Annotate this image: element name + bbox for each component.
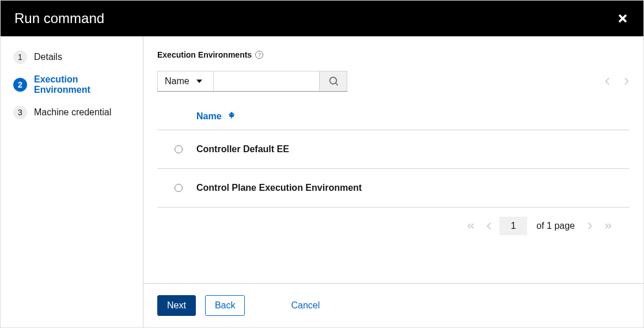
search-group: Name (157, 71, 347, 92)
filter-dropdown[interactable]: Name (157, 71, 214, 91)
cancel-button[interactable]: Cancel (282, 296, 329, 315)
column-header-name[interactable]: Name (196, 111, 234, 122)
toolbar: Name (157, 71, 630, 92)
prev-page-button[interactable] (483, 220, 495, 232)
radio-cell (175, 184, 196, 192)
step-label: Execution Environment (34, 74, 132, 95)
section-header: Execution Environments ? (157, 50, 630, 59)
modal-title: Run command (14, 10, 104, 27)
modal-footer: Next Back Cancel (143, 283, 643, 327)
main-content: Execution Environments ? Name (143, 36, 643, 327)
radio-cell (175, 145, 196, 153)
table-header: Name (157, 103, 630, 130)
double-chevron-left-icon (467, 222, 475, 230)
content-area: Execution Environments ? Name (143, 36, 643, 283)
wizard-step-details[interactable]: 1 Details (13, 50, 132, 64)
section-title: Execution Environments (157, 50, 252, 59)
filter-dropdown-label: Name (165, 76, 190, 86)
toolbar-nav-arrows (604, 77, 630, 85)
row-name: Control Plane Execution Environment (196, 183, 362, 193)
row-radio[interactable] (175, 145, 183, 153)
back-button[interactable]: Back (205, 295, 245, 316)
wizard-step-execution-environment[interactable]: 2 Execution Environment (13, 74, 132, 95)
modal-header: Run command (1, 1, 643, 36)
modal-body: 1 Details 2 Execution Environment 3 Mach… (1, 36, 643, 327)
chevron-left-icon (604, 77, 610, 85)
close-button[interactable] (616, 12, 630, 25)
step-label: Details (34, 52, 62, 62)
page-number-input[interactable] (499, 217, 527, 235)
chevron-right-icon (624, 77, 630, 85)
pagination: of 1 page (157, 208, 630, 247)
next-arrow[interactable] (624, 77, 630, 85)
close-icon (617, 13, 628, 24)
next-button[interactable]: Next (157, 295, 196, 316)
page-info: of 1 page (536, 221, 575, 231)
step-label: Machine credential (34, 107, 111, 118)
search-input[interactable] (214, 71, 320, 91)
run-command-modal: Run command 1 Details 2 Execution Enviro… (0, 0, 644, 328)
last-page-button[interactable] (601, 220, 616, 232)
prev-arrow[interactable] (604, 77, 610, 85)
next-page-button[interactable] (584, 220, 596, 232)
step-number: 3 (13, 105, 27, 119)
first-page-button[interactable] (463, 220, 478, 232)
wizard-nav: 1 Details 2 Execution Environment 3 Mach… (1, 36, 143, 327)
chevron-right-icon (588, 222, 593, 230)
table-row: Controller Default EE (157, 130, 630, 169)
wizard-step-machine-credential[interactable]: 3 Machine credential (13, 105, 132, 119)
row-radio[interactable] (175, 184, 183, 192)
help-icon[interactable]: ? (255, 51, 263, 59)
search-button[interactable] (320, 71, 347, 91)
sort-icon (229, 111, 234, 122)
chevron-left-icon (486, 222, 491, 230)
double-chevron-right-icon (604, 222, 612, 230)
row-name: Controller Default EE (196, 144, 289, 154)
caret-down-icon (196, 80, 202, 83)
step-number: 1 (13, 50, 27, 64)
table-row: Control Plane Execution Environment (157, 169, 630, 208)
column-header-label: Name (196, 111, 222, 122)
step-number: 2 (13, 78, 27, 92)
search-icon (329, 77, 338, 86)
